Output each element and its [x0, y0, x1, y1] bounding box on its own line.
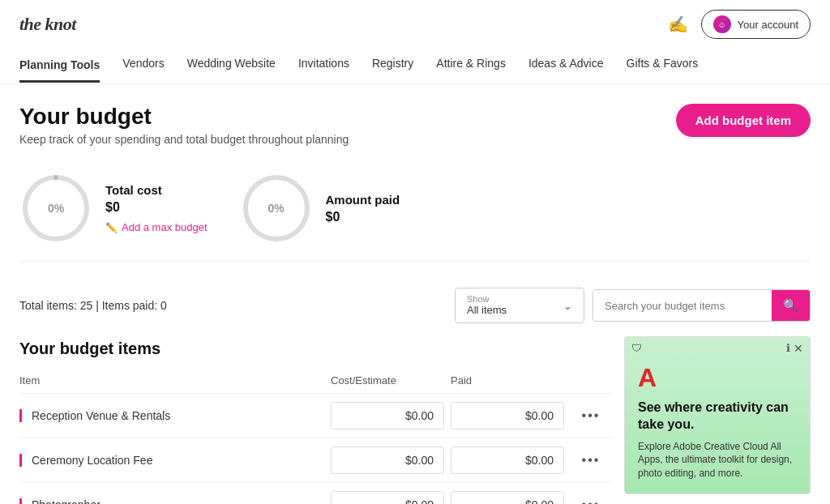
nav-attire-rings[interactable]: Attire & Rings — [436, 45, 506, 83]
account-label: Your account — [738, 19, 798, 31]
nav-wedding-website[interactable]: Wedding Website — [187, 45, 276, 83]
nav-planning-tools[interactable]: Planning Tools — [19, 47, 100, 83]
content-layout: Your budget items Item Cost/Estimate Pai… — [19, 336, 811, 504]
filter-row: Total items: 25 | Items paid: 0 Show All… — [19, 278, 811, 336]
amount-paid-pct: 0% — [267, 202, 284, 215]
header: the knot ✍ ☺ Your account Planning Tools… — [0, 0, 830, 84]
ad-sidebar: 🛡 ℹ ✕ A See where creativity can take yo… — [624, 336, 811, 504]
site-logo[interactable]: the knot — [19, 14, 76, 35]
row-cost-0: $0.00 — [331, 402, 444, 429]
row-name-2: Photographer — [19, 498, 324, 504]
header-right: ✍ ☺ Your account — [668, 10, 811, 39]
col-item: Item — [19, 374, 324, 387]
row-name-0: Reception Venue & Rentals — [19, 409, 324, 422]
ad-box: 🛡 ℹ ✕ A See where creativity can take yo… — [624, 336, 811, 494]
total-cost-value: $0 — [105, 200, 208, 215]
total-cost-stats: Total cost $0 ✏️ Add a max budget — [105, 183, 208, 233]
amount-paid-chart: 0% — [240, 172, 313, 245]
close-icon[interactable]: ✕ — [794, 342, 803, 355]
col-cost: Cost/Estimate — [331, 374, 444, 387]
row-name-1: Ceremony Location Fee — [19, 454, 324, 467]
show-label: Show — [467, 295, 507, 304]
table-row: Ceremony Location Fee $0.00 $0.00 ••• — [19, 438, 611, 483]
add-budget-button[interactable]: Add budget item — [676, 104, 811, 137]
shield-icon: 🛡 — [631, 342, 642, 354]
page-title: Your budget — [19, 104, 349, 130]
show-value: All items — [467, 304, 507, 316]
search-box: 🔍 — [593, 289, 811, 322]
row-paid-2: $0.00 — [451, 491, 564, 504]
nav-ideas-advice[interactable]: Ideas & Advice — [528, 45, 604, 83]
row-cost-2: $0.00 — [331, 491, 444, 504]
total-cost-label: Total cost — [105, 183, 208, 197]
table-row: Reception Venue & Rentals $0.00 $0.00 ••… — [19, 394, 611, 438]
amount-paid-group: 0% Amount paid $0 — [240, 172, 400, 245]
row-cost-1: $0.00 — [331, 446, 444, 474]
main-nav: Planning Tools Vendors Wedding Website I… — [19, 45, 811, 83]
total-cost-chart: 0% — [19, 172, 92, 245]
page-subtitle: Keep track of your spending and total bu… — [19, 133, 349, 146]
filter-controls: Show All items ⌄ 🔍 — [455, 288, 811, 323]
edit-icon: ✏️ — [105, 222, 118, 233]
page-header: Your budget Keep track of your spending … — [19, 104, 811, 146]
show-dropdown[interactable]: Show All items ⌄ — [455, 288, 584, 323]
amount-paid-label: Amount paid — [326, 193, 400, 207]
row-more-2[interactable]: ••• — [571, 498, 611, 504]
row-paid-0: $0.00 — [451, 402, 564, 429]
row-paid-1: $0.00 — [451, 446, 564, 474]
add-max-budget-link[interactable]: ✏️ Add a max budget — [105, 221, 208, 233]
budget-items-section: Your budget items Item Cost/Estimate Pai… — [19, 336, 611, 504]
section-title: Your budget items — [19, 340, 611, 358]
ad-body: Explore Adobe Creative Cloud All Apps, t… — [638, 440, 797, 481]
amount-paid-value: $0 — [326, 210, 400, 224]
main-content: Your budget Keep track of your spending … — [0, 84, 830, 504]
amount-paid-stats: Amount paid $0 — [326, 193, 400, 224]
info-icon[interactable]: ℹ — [786, 342, 790, 354]
nav-invitations[interactable]: Invitations — [298, 45, 349, 83]
items-summary: Total items: 25 | Items paid: 0 — [19, 299, 167, 312]
avatar: ☺ — [713, 15, 731, 33]
total-cost-group: 0% Total cost $0 ✏️ Add a max budget — [19, 172, 208, 245]
table-header: Item Cost/Estimate Paid — [19, 368, 611, 394]
search-button[interactable]: 🔍 — [772, 290, 810, 321]
col-paid: Paid — [451, 374, 564, 387]
table-row: Photographer $0.00 $0.00 ••• — [19, 483, 611, 504]
search-input[interactable] — [593, 292, 772, 320]
row-more-0[interactable]: ••• — [571, 408, 611, 423]
row-more-1[interactable]: ••• — [571, 453, 611, 468]
total-cost-pct: 0% — [48, 202, 64, 215]
ad-headline: See where creativity can take you. — [638, 399, 797, 434]
nav-gifts-favors[interactable]: Gifts & Favors — [627, 45, 699, 83]
messages-icon[interactable]: ✍ — [668, 15, 688, 34]
budget-overview: 0% Total cost $0 ✏️ Add a max budget 0% — [19, 152, 811, 262]
chevron-down-icon: ⌄ — [563, 300, 572, 312]
nav-registry[interactable]: Registry — [372, 45, 413, 83]
ad-logo: A — [638, 363, 797, 393]
account-button[interactable]: ☺ Your account — [701, 10, 811, 39]
nav-vendors[interactable]: Vendors — [122, 45, 164, 83]
